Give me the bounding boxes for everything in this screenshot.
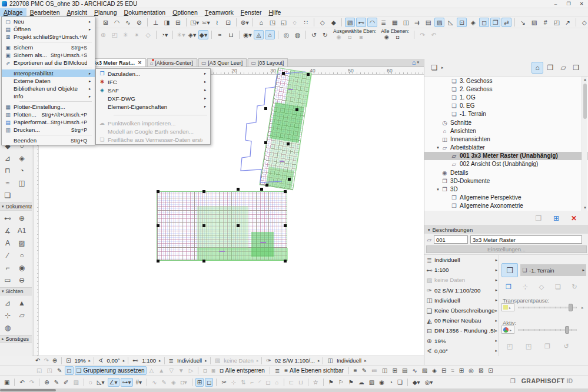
toolbar-icon[interactable]: ◎ [281, 30, 291, 39]
toolbar-icon[interactable]: ⊷ [356, 18, 366, 27]
toolbar-icon[interactable] [156, 31, 157, 39]
standard-tool[interactable]: ∠▾ [108, 378, 119, 387]
graphisoft-id-badge[interactable]: ❐ GRAPHISOFT ID [510, 377, 573, 384]
trace-action-icon[interactable]: ❐ [503, 281, 514, 292]
navigator-map-icon[interactable]: ⌂ [531, 62, 543, 74]
view-setting-row[interactable]: ⊷ 1:100 ▸ [424, 265, 499, 275]
toolbar-icon[interactable]: ◉▾ [242, 30, 253, 39]
toolbar-icon[interactable]: ◇ [143, 30, 153, 39]
arrange-tool[interactable] [348, 367, 349, 374]
quick-option[interactable]: 19%▸ [74, 357, 91, 364]
standard-tool[interactable]: ✎ [160, 378, 168, 387]
project-chooser[interactable]: ❏ ▸ [428, 62, 444, 74]
toolbar-icon[interactable] [514, 18, 515, 26]
standard-tool[interactable]: ▨ [71, 378, 80, 387]
standard-tool[interactable]: ◈ [170, 378, 178, 387]
arrange-tool[interactable]: ◘Alle entsperren [218, 366, 267, 375]
view-setting-row[interactable]: ⊕ 19% ▸ [424, 336, 499, 346]
toolbar-icon[interactable] [239, 31, 240, 39]
worksheet-name-field[interactable] [470, 235, 582, 244]
view-setting-row[interactable]: ∢ 0,00° ▸ [424, 346, 499, 356]
trace-action-icon[interactable]: ❏ [552, 281, 564, 292]
tool-icon[interactable]: ▭ [1, 274, 15, 286]
settings-button[interactable]: Einstellungen... [426, 245, 587, 253]
toolbar-icon[interactable]: ◇ [317, 18, 327, 27]
quick-option[interactable] [94, 357, 94, 364]
toolbar-icon[interactable]: ∷ [301, 18, 311, 27]
document-tab[interactable]: ▭ [A3 Quer Leer] [198, 58, 247, 67]
arrange-tool[interactable]: ◳ [45, 366, 54, 375]
selection-handle[interactable] [295, 108, 298, 111]
arrange-tool[interactable]: ⊠ [477, 366, 485, 375]
tool-icon[interactable]: ⊖ [15, 274, 29, 286]
toolbar-icon[interactable]: ⊕ [98, 30, 108, 39]
trace-reference-field[interactable]: ❏ -1. Terrain ▸ [520, 264, 586, 276]
tree-item[interactable]: ❏ 3. Geschoss [424, 77, 588, 85]
file-menu-item[interactable]: ▤ Öffnen ▸ [2, 25, 95, 33]
quick-option[interactable]: 0,00°▸ [105, 357, 125, 364]
tool-icon[interactable]: ◉ [15, 261, 29, 274]
trace-action-icon[interactable]: ⊹ [519, 281, 531, 292]
arrange-tool[interactable]: ⊞ [457, 366, 466, 375]
view-setting-row[interactable]: ✑ 02 S/W 1:100/200 ▸ [424, 285, 499, 295]
arrange-tool[interactable]: ▷ [187, 366, 195, 375]
document-tab[interactable]: ⌂ [Aktions-Center] [147, 58, 197, 67]
tool-icon[interactable]: ∡ [1, 224, 15, 237]
standard-tool[interactable]: ✎ [52, 378, 61, 387]
scroll-down-icon[interactable]: ▼ [582, 206, 588, 210]
quick-option[interactable]: ∢ [97, 357, 104, 364]
quick-option[interactable]: ⊷ [131, 357, 139, 364]
active-slider-thumb[interactable] [565, 326, 569, 334]
toolbar-icon[interactable]: ▦ [390, 18, 400, 27]
tool-icon[interactable]: A [1, 237, 15, 249]
file-menu-item[interactable]: ▤ Papierformat... Strg+Umsch.+P [2, 118, 95, 126]
quick-option[interactable] [164, 357, 165, 364]
standard-tool[interactable]: ⌐ [249, 378, 256, 387]
tool-icon[interactable]: ▱ [15, 309, 29, 321]
toolbar-icon[interactable]: ◈ [468, 18, 478, 27]
standard-tool[interactable]: ◘▾ [179, 378, 189, 387]
toolbar-icon[interactable]: ⊡ [223, 18, 233, 27]
file-menu-item[interactable]: ⊠ Projekt schließen Strg+Umsch.+W [2, 33, 95, 41]
standard-tool[interactable]: #▾ [134, 378, 144, 387]
submenu-item[interactable]: Modell an Google Earth senden... [96, 127, 210, 135]
tool-icon[interactable]: ❏ [1, 189, 15, 201]
arrange-tool[interactable] [270, 367, 270, 374]
standard-tool[interactable]: ◻ [264, 378, 272, 387]
standard-tool[interactable]: ◎▾ [423, 378, 435, 387]
standard-tool[interactable] [216, 378, 217, 386]
arrange-tool[interactable]: ▨ [420, 366, 429, 375]
toolbar-icon[interactable]: ◳▾ [190, 18, 200, 27]
standard-tool[interactable]: ∿ [150, 378, 158, 387]
toolbar-icon[interactable]: ≍▾ [201, 18, 211, 27]
standard-tool[interactable]: ⌂ [274, 378, 281, 387]
toolbar-icon[interactable]: ◈▾ [187, 30, 197, 39]
file-menu-item[interactable]: ⇗ Exportieren auf die BIMcloud... [2, 59, 95, 67]
tool-icon[interactable]: ◫ [15, 177, 29, 189]
standard-tool[interactable]: ⊕ [42, 378, 51, 387]
arrange-tool[interactable]: ⊞ [391, 366, 399, 375]
toolbar-icon[interactable]: ◰ [552, 18, 562, 27]
tool-icon[interactable]: A1 [15, 224, 29, 237]
quick-option[interactable] [261, 357, 262, 364]
standard-tool[interactable]: ⚐ [337, 378, 346, 387]
toolbar-icon[interactable]: ↗ [563, 18, 573, 27]
file-menu-item[interactable]: ▥ Drucken... Strg+P [2, 126, 95, 134]
standard-tool[interactable] [284, 378, 284, 386]
selection-handle[interactable] [284, 190, 287, 193]
toolbox-section-sichten[interactable]: ▾ Sichten [0, 287, 32, 295]
menu-bar-item[interactable]: Teamwork [201, 8, 237, 16]
toolbar-icon[interactable]: ◇ [579, 18, 588, 27]
arrange-tool[interactable]: ▤ [400, 366, 409, 375]
tool-icon[interactable]: ⌐ [1, 261, 15, 274]
toolbar-icon[interactable]: ◠ [112, 18, 122, 27]
selection-handle[interactable] [157, 260, 160, 263]
standard-tool[interactable]: ↷ [28, 378, 36, 387]
tool-icon[interactable]: ⊷ [1, 212, 15, 224]
toolbar-icon[interactable]: ◔▾ [160, 30, 170, 39]
transparency-slider-thumb[interactable] [569, 304, 573, 311]
selection-handle[interactable] [282, 72, 285, 75]
selection-handle[interactable] [288, 178, 291, 181]
toolbar-icon[interactable]: ✴ [132, 30, 142, 39]
active-color-chip[interactable]: ▸ [501, 325, 514, 334]
